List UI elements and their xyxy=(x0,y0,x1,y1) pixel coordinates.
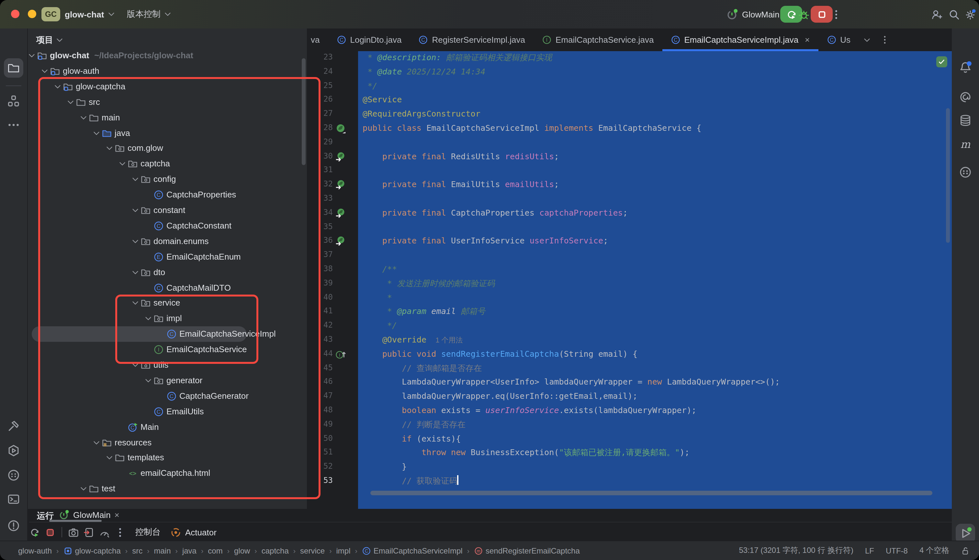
view-tab-控制台[interactable]: 控制台 xyxy=(135,526,160,538)
more-vertical-icon[interactable] xyxy=(831,9,842,21)
editor-vertical-scrollbar[interactable] xyxy=(946,108,950,243)
minimize-window-button[interactable] xyxy=(28,10,36,18)
chevron-down-icon[interactable] xyxy=(54,83,62,91)
tree-item-java[interactable]: java xyxy=(28,125,307,141)
tree-item-glow-chat[interactable]: glow-chat~/IdeaProjects/glow-chat xyxy=(28,51,307,63)
tree-item-EmailCaptchaService[interactable]: IEmailCaptchaService xyxy=(28,342,307,357)
tree-item-com.glow[interactable]: com.glow xyxy=(28,141,307,157)
status-item[interactable]: UTF-8 xyxy=(886,546,908,555)
view-tab-Actuator[interactable]: Actuator xyxy=(170,527,217,538)
editor-tab-Us[interactable]: CUs xyxy=(818,28,859,51)
editor-tab-va[interactable]: va xyxy=(308,28,328,51)
tree-item-constant[interactable]: constant xyxy=(28,203,307,218)
tree-item-CaptchaGenerator[interactable]: CCaptchaGenerator xyxy=(28,388,307,404)
chevron-down-icon[interactable] xyxy=(132,268,139,276)
status-item[interactable]: 53:17 (3201 字符, 100 行 换行符) xyxy=(739,545,853,556)
tree-item-config[interactable]: config xyxy=(28,172,307,187)
maven-icon[interactable]: m xyxy=(959,138,972,151)
tree-item-emailCaptcha.html[interactable]: <>emailCaptcha.html xyxy=(28,466,307,481)
autowired-gutter-icon[interactable] xyxy=(335,179,346,190)
close-icon[interactable]: × xyxy=(115,510,120,520)
tree-item-glow-captcha[interactable]: glow-captcha xyxy=(28,79,307,95)
editor-horizontal-scrollbar[interactable] xyxy=(370,491,932,495)
chevron-down-icon[interactable] xyxy=(105,454,113,462)
chevron-down-icon[interactable] xyxy=(67,98,75,106)
settings-gear-icon[interactable] xyxy=(965,9,976,21)
breadcrumb-item-main[interactable]: main xyxy=(154,546,171,555)
close-window-button[interactable] xyxy=(11,10,19,18)
code-editor[interactable]: 23 * @description: 邮箱验证码相关逻辑接口实现24 * @da… xyxy=(308,51,952,509)
tree-item-EmailUtils[interactable]: CEmailUtils xyxy=(28,403,307,419)
breadcrumb-item-glow-captcha[interactable]: glow-captcha xyxy=(63,546,120,555)
inspections-ok-icon[interactable] xyxy=(936,56,947,67)
status-item[interactable]: 4 个空格 xyxy=(919,545,949,556)
chevron-down-icon[interactable] xyxy=(132,299,139,307)
build-hammer-icon[interactable] xyxy=(7,420,20,432)
bean-gutter-icon[interactable] xyxy=(335,123,346,133)
ai-assistant-icon[interactable] xyxy=(959,91,972,103)
editor-tab-EmailCaptchaServiceImpl.java[interactable]: CEmailCaptchaServiceImpl.java× xyxy=(662,28,819,51)
chevron-down-icon[interactable] xyxy=(132,207,139,214)
gauge-icon[interactable] xyxy=(99,527,110,538)
close-icon[interactable]: × xyxy=(805,35,810,45)
editor-tab-RegisterServiceImpl.java[interactable]: CRegisterServiceImpl.java xyxy=(410,28,534,51)
tree-item-glow-auth[interactable]: glow-auth xyxy=(28,63,307,79)
tree-item-CaptchaMailDTO[interactable]: CCaptchaMailDTO xyxy=(28,280,307,295)
tree-item-captcha[interactable]: captcha xyxy=(28,157,307,172)
database-icon[interactable] xyxy=(959,114,972,127)
chevron-down-icon[interactable] xyxy=(144,377,152,385)
screenshot-icon[interactable] xyxy=(68,527,79,538)
chevron-down-icon[interactable] xyxy=(132,175,139,183)
breadcrumb-item-com[interactable]: com xyxy=(208,546,222,555)
breadcrumb-item-src[interactable]: src xyxy=(132,546,142,555)
editor-tab-LoginDto.java[interactable]: CLoginDto.java xyxy=(328,28,410,51)
unlocked-padlock-icon[interactable] xyxy=(961,546,970,555)
run-tab-glowmain[interactable]: GlowMain × xyxy=(59,510,120,520)
stop-button[interactable] xyxy=(811,6,833,23)
gradle-icon[interactable] xyxy=(959,166,972,179)
tree-item-domain.enums[interactable]: domain.enums xyxy=(28,234,307,249)
tree-item-utils[interactable]: utils xyxy=(28,357,307,373)
tree-item-service[interactable]: service xyxy=(28,295,307,311)
rerun-icon[interactable] xyxy=(29,527,40,538)
tree-item-src[interactable]: src xyxy=(28,94,307,110)
autowired-gutter-icon[interactable] xyxy=(335,208,346,218)
tree-item-resources[interactable]: resources xyxy=(28,435,307,450)
editor-tab-EmailCaptchaService.java[interactable]: IEmailCaptchaService.java xyxy=(534,28,662,51)
search-icon[interactable] xyxy=(949,9,960,21)
project-switcher[interactable]: glow-chat xyxy=(65,0,115,28)
chevron-down-icon[interactable] xyxy=(28,52,36,60)
tree-item-test[interactable]: test xyxy=(28,481,307,497)
breadcrumb-item-glow[interactable]: glow xyxy=(234,546,250,555)
chevron-down-icon[interactable] xyxy=(144,315,152,323)
tree-item-impl[interactable]: impl xyxy=(28,311,307,327)
problems-icon[interactable] xyxy=(7,519,20,532)
more-vertical-icon[interactable] xyxy=(115,527,126,538)
status-item[interactable]: LF xyxy=(865,546,874,555)
tree-item-CaptchaProperties[interactable]: CCaptchaProperties xyxy=(28,187,307,203)
chevron-down-icon[interactable] xyxy=(863,36,871,44)
breadcrumb-item-sendRegisterEmailCaptcha[interactable]: msendRegisterEmailCaptcha xyxy=(474,546,580,555)
tree-item-generator[interactable]: generator xyxy=(28,373,307,388)
stop-icon[interactable] xyxy=(45,527,56,538)
add-user-icon[interactable] xyxy=(931,9,943,21)
tree-item-EmailCaptchaEnum[interactable]: EEmailCaptchaEnum xyxy=(28,249,307,265)
chevron-down-icon[interactable] xyxy=(105,145,113,152)
chevron-down-icon[interactable] xyxy=(80,485,87,493)
breadcrumb-item-captcha[interactable]: captcha xyxy=(262,546,289,555)
chevron-down-icon[interactable] xyxy=(41,67,48,75)
tree-item-main[interactable]: main xyxy=(28,110,307,125)
breadcrumb-item-java[interactable]: java xyxy=(182,546,197,555)
breadcrumb-item-impl[interactable]: impl xyxy=(336,546,350,555)
coverage-icon[interactable] xyxy=(7,469,20,482)
chevron-down-icon[interactable] xyxy=(118,160,126,168)
more-horizontal-icon[interactable] xyxy=(7,118,20,132)
notifications-bell-icon[interactable] xyxy=(959,61,972,74)
project-folder-icon[interactable] xyxy=(7,62,20,75)
tree-item-CaptchaConstant[interactable]: CCaptchaConstant xyxy=(28,218,307,234)
project-panel-header[interactable]: 项目 xyxy=(28,28,307,51)
debug-bug-icon[interactable] xyxy=(798,9,810,21)
chevron-down-icon[interactable] xyxy=(93,129,100,137)
more-vertical-icon[interactable] xyxy=(880,35,889,45)
vcs-menu[interactable]: 版本控制 xyxy=(127,0,172,28)
